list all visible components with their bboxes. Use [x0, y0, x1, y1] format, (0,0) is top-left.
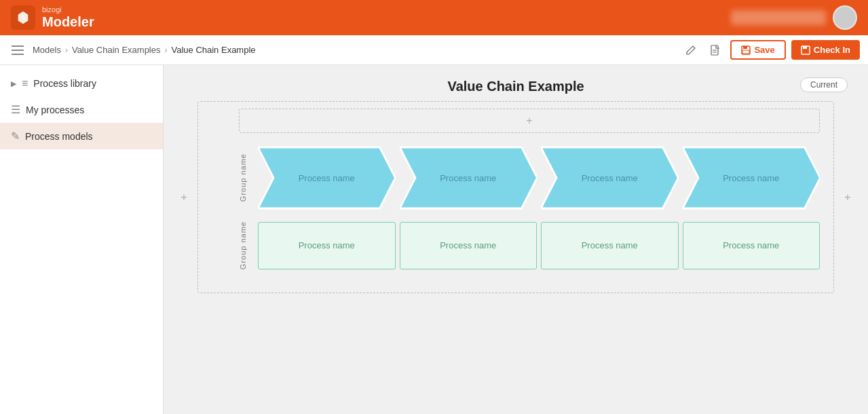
svg-rect-2: [12, 54, 24, 55]
current-badge: Current: [800, 77, 848, 92]
group-row-2: Group name Process name Process name Pro…: [239, 221, 820, 269]
sidebar: ▶ ≡ Process library ☰ My processes ✎ Pro…: [0, 65, 164, 414]
rect-shape-4-label: Process name: [723, 240, 779, 250]
rect-shape-1-label: Process name: [299, 240, 355, 250]
edit-icon-button[interactable]: [681, 41, 700, 60]
group-row-1: Group name Process name: [239, 144, 820, 212]
rect-shape-1[interactable]: Process name: [258, 222, 396, 269]
process-models-icon: ✎: [11, 130, 20, 143]
group-shapes-2: Process name Process name Process name P…: [258, 222, 820, 269]
sidebar-item-process-models[interactable]: ✎ Process models: [0, 123, 163, 149]
logo-icon: [11, 5, 35, 30]
checkin-button[interactable]: Check In: [791, 40, 860, 60]
arrow-shape-3-label: Process name: [582, 173, 638, 183]
arrow-shape-2-label: Process name: [440, 173, 496, 183]
header-right: [731, 5, 857, 30]
save-label: Save: [754, 45, 774, 55]
group-label-1: Group name: [239, 153, 252, 202]
breadcrumb: Models › Value Chain Examples › Value Ch…: [33, 45, 676, 55]
sidebar-toggle-button[interactable]: [8, 41, 27, 60]
brand: bizogi Modeler: [42, 6, 94, 30]
group-label-2: Group name: [239, 221, 252, 269]
expand-right-handle[interactable]: +: [841, 191, 854, 204]
breadcrumb-models[interactable]: Models: [33, 45, 61, 55]
expand-left-handle[interactable]: +: [177, 191, 191, 204]
arrow-shape-1[interactable]: Process name: [258, 144, 396, 212]
layout: ▶ ≡ Process library ☰ My processes ✎ Pro…: [0, 65, 868, 414]
avatar[interactable]: [833, 5, 857, 30]
my-processes-icon: ☰: [11, 103, 20, 116]
svg-rect-0: [12, 45, 24, 47]
sidebar-label-process-library: Process library: [33, 78, 96, 89]
toolbar-actions: Save Check In: [681, 40, 860, 60]
rect-shape-4[interactable]: Process name: [683, 222, 820, 269]
breadcrumb-sep-1: ›: [65, 45, 68, 55]
arrow-shape-2[interactable]: Process name: [400, 144, 537, 212]
sidebar-item-process-library[interactable]: ▶ ≡ Process library: [0, 71, 163, 96]
rect-shape-2-label: Process name: [440, 240, 496, 250]
breadcrumb-sep-2: ›: [164, 45, 167, 55]
process-library-icon: ≡: [22, 77, 28, 90]
svg-rect-8: [742, 50, 749, 54]
sidebar-label-my-processes: My processes: [26, 105, 84, 115]
arrow-shape-3[interactable]: Process name: [541, 144, 679, 212]
sidebar-item-my-processes[interactable]: ☰ My processes: [0, 96, 163, 123]
user-name-blurred: [731, 10, 826, 25]
arrow-shape-1-label: Process name: [299, 173, 355, 183]
arrow-shape-4[interactable]: Process name: [683, 144, 820, 212]
breadcrumb-current: Value Chain Example: [171, 45, 255, 55]
rect-shape-3[interactable]: Process name: [541, 222, 679, 269]
group-shapes-1: Process name Process name: [258, 144, 820, 212]
svg-rect-7: [743, 46, 747, 49]
svg-rect-10: [803, 46, 807, 49]
top-add-row[interactable]: +: [239, 109, 820, 133]
top-add-plus-icon: +: [526, 115, 532, 127]
main-canvas: Value Chain Example Current + + + Group …: [164, 65, 868, 414]
toolbar: Models › Value Chain Examples › Value Ch…: [0, 35, 868, 65]
sidebar-arrow-process-library: ▶: [11, 79, 16, 88]
document-icon-button[interactable]: [706, 41, 725, 60]
header: bizogi Modeler: [0, 0, 868, 35]
checkin-label: Check In: [814, 45, 850, 55]
save-button[interactable]: Save: [730, 40, 785, 60]
brand-large: Modeler: [42, 14, 94, 30]
arrow-shape-4-label: Process name: [723, 173, 779, 183]
svg-rect-1: [12, 50, 24, 51]
brand-small: bizogi: [42, 6, 94, 14]
sidebar-label-process-models: Process models: [25, 131, 93, 142]
diagram-title: Value Chain Example: [164, 65, 868, 94]
rect-shape-3-label: Process name: [582, 240, 638, 250]
breadcrumb-value-chain-examples[interactable]: Value Chain Examples: [72, 45, 161, 55]
canvas-container: + Group name Process name: [197, 101, 834, 293]
rect-shape-2[interactable]: Process name: [400, 222, 537, 269]
